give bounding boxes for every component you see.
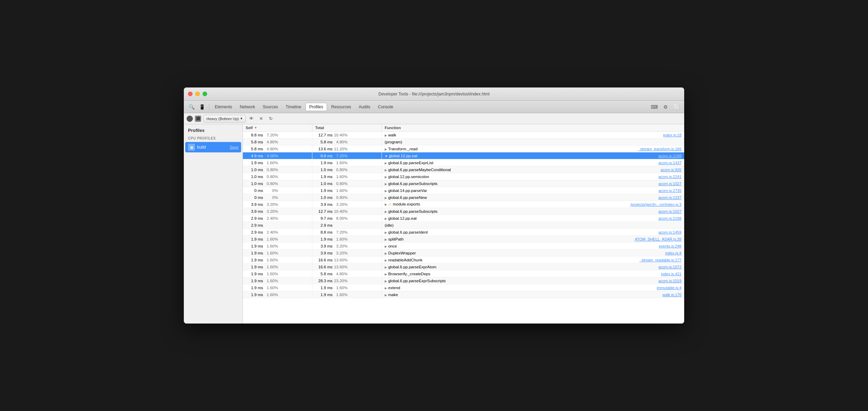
tab-audits[interactable]: Audits — [355, 103, 374, 111]
file-link[interactable]: acorn.js:1072 — [658, 265, 681, 269]
mobile-icon[interactable]: 📱 — [197, 102, 207, 112]
table-row[interactable]: 1.9 ms 1.60%16.6 ms 13.60%▶ global.6.pp.… — [243, 263, 684, 270]
save-link[interactable]: Save — [230, 145, 238, 149]
search-icon[interactable]: 🔍 — [187, 102, 196, 112]
tab-elements[interactable]: Elements — [211, 103, 236, 111]
expand-icon: ▶ — [385, 217, 387, 220]
file-link[interactable]: index.js:421 — [661, 272, 681, 276]
th-total[interactable]: Total — [312, 124, 382, 131]
function-name: module.exports — [393, 202, 420, 206]
table-row[interactable]: 4.9 ms 4.00%8.8 ms 7.20%▼ global.12.pp.e… — [243, 152, 684, 159]
table-row[interactable]: 1.9 ms 1.60%1.9 ms 1.60%▶ splitPathATOM_… — [243, 236, 684, 243]
refresh-icon[interactable]: ↻ — [267, 115, 275, 123]
table-row[interactable]: 2.9 ms 2.40%8.8 ms 7.20%▶ global.6.pp.pa… — [243, 229, 684, 236]
th-function[interactable]: Function — [382, 124, 684, 131]
table-row[interactable]: 2.9 ms 2.40%9.7 ms 8.00%▶ global.12.pp.e… — [243, 215, 684, 222]
td-total: 1.0 ms 0.80% — [312, 180, 382, 187]
settings-icon[interactable]: ⚙ — [661, 102, 670, 112]
td-self: 2.9 ms — [243, 222, 312, 228]
table-row[interactable]: 1.9 ms 1.60%16.6 ms 13.60%▶ readableAddC… — [243, 257, 684, 263]
record-button[interactable] — [187, 116, 193, 122]
file-link[interactable]: _stream_readable.js:177 — [639, 258, 681, 262]
tab-profiles[interactable]: Profiles — [305, 103, 327, 111]
function-name: global.6.pp.parseExprAtom — [388, 265, 436, 269]
file-link[interactable]: acorn.js:2735 — [658, 188, 681, 193]
file-link[interactable]: index.js:18 — [663, 133, 681, 137]
window-title: Developer Tools - file:///projects/jam3n… — [378, 92, 490, 97]
table-row[interactable]: 1.9 ms 1.60%3.9 ms 3.20%▶ DuplexWrapperi… — [243, 250, 684, 257]
td-total: 1.0 ms 0.80% — [312, 194, 382, 201]
file-link[interactable]: acorn.js:1027 — [658, 182, 681, 186]
stop-button[interactable]: ⬛ — [195, 116, 201, 122]
clear-icon[interactable]: ✕ — [257, 115, 265, 123]
table-row[interactable]: 1.9 ms 1.60%1.9 ms 1.60%▶ makewalk.js:17… — [243, 291, 684, 298]
table-row[interactable]: 0 ms 0%1.9 ms 1.60%▶ global.14.pp.parseV… — [243, 187, 684, 194]
file-link[interactable]: acorn.js:2198 — [658, 216, 681, 220]
file-link[interactable]: acorn.js:1019 — [658, 279, 681, 283]
table-row[interactable]: 5.8 ms 4.80%5.8 ms 4.80% (program) — [243, 139, 684, 145]
table-header: Self ▼ Total Function — [243, 124, 684, 132]
table-row[interactable]: 1.9 ms 1.60%28.3 ms 23.20%▶ global.6.pp.… — [243, 277, 684, 284]
td-total: 1.9 ms 1.60% — [312, 236, 382, 242]
file-link[interactable]: ATOM_SHELL_ASAR.js:39 — [635, 237, 681, 241]
maximize-button[interactable] — [203, 92, 207, 96]
tab-resources[interactable]: Resources — [328, 103, 354, 111]
file-link[interactable]: acorn.js:2241 — [658, 175, 681, 179]
function-name: global.14.pp.parseVar — [388, 188, 427, 193]
td-self: 1.9 ms 1.60% — [243, 250, 312, 256]
tab-timeline[interactable]: Timeline — [282, 103, 305, 111]
td-self: 5.8 ms 4.80% — [243, 145, 312, 152]
file-link[interactable]: acorn.js:1459 — [658, 230, 681, 234]
function-name: global.6.pp.parseExprList — [388, 161, 433, 165]
file-link[interactable]: events.js:248 — [659, 244, 681, 248]
tab-sources[interactable]: Sources — [259, 103, 281, 111]
table-row[interactable]: 2.9 ms 2.9 ms (idle) — [243, 222, 684, 229]
tab-network[interactable]: Network — [236, 103, 259, 111]
file-link[interactable]: walk.js:170 — [663, 293, 681, 297]
table-row[interactable]: 1.9 ms 1.60%5.8 ms 4.80%▶ Browserify._cr… — [243, 270, 684, 277]
file-link[interactable]: acorn.js:1437 — [658, 161, 681, 165]
file-link[interactable]: acorn.js:1237 — [658, 195, 681, 200]
view-dropdown[interactable]: Heavy (Bottom Up) ▾ — [203, 115, 246, 123]
expand-icon: ▶ — [385, 203, 387, 206]
file-link[interactable]: acorn.js:1027 — [658, 209, 681, 213]
dock-icon[interactable]: ⬜ — [672, 102, 681, 112]
terminal-icon[interactable]: ⌨ — [649, 102, 659, 112]
table-row[interactable]: 3.9 ms 3.20%3.9 ms 3.20%▶ ⚠ module.expor… — [243, 201, 684, 208]
td-function: ▶ splitPathATOM_SHELL_ASAR.js:39 — [382, 236, 684, 242]
td-function: ▶ readableAddChunk_stream_readable.js:17… — [382, 257, 684, 263]
td-total: 1.9 ms 1.60% — [312, 291, 382, 298]
th-self[interactable]: Self ▼ — [243, 124, 312, 131]
focus-icon[interactable]: 👁 — [248, 115, 255, 123]
minimize-button[interactable] — [195, 92, 200, 96]
table-row[interactable]: 1.9 ms 1.60%1.9 ms 1.60%▶ global.6.pp.pa… — [243, 159, 684, 166]
table-row[interactable]: 1.9 ms 1.60%3.9 ms 3.20%▶ onceevents.js:… — [243, 243, 684, 250]
td-function: ▶ global.12.pp.eatacorn.js:2198 — [382, 215, 684, 221]
file-link[interactable]: acorn.js:926 — [661, 168, 681, 172]
table-row[interactable]: 3.9 ms 3.20%12.7 ms 10.40%▶ global.6.pp.… — [243, 208, 684, 215]
table-row[interactable]: 1.0 ms 0.80%1.9 ms 1.60%▶ global.12.pp.s… — [243, 173, 684, 180]
separator — [209, 103, 209, 110]
expand-icon: ▶ — [385, 238, 387, 241]
sidebar-header: Profiles — [184, 124, 243, 135]
tab-console[interactable]: Console — [375, 103, 397, 111]
function-name: DuplexWrapper — [388, 251, 416, 255]
td-function: ▼ global.12.pp.eatacorn.js:2198 — [382, 152, 684, 159]
table-row[interactable]: 1.0 ms 0.80%1.0 ms 0.80%▶ global.6.pp.pa… — [243, 166, 684, 173]
table-row[interactable]: 1.9 ms 1.60%1.9 ms 1.60%▶ extendimmutabl… — [243, 284, 684, 291]
sidebar-item-build[interactable]: ▦ build Save — [185, 142, 241, 152]
file-link[interactable]: immutable.js:4 — [657, 286, 681, 290]
file-link[interactable]: _stream_transform.js:166 — [638, 147, 681, 151]
table-row[interactable]: 0 ms 0%1.0 ms 0.80%▶ global.6.pp.parseNe… — [243, 194, 684, 201]
close-button[interactable] — [188, 92, 193, 96]
function-name: global.6.pp.parseIdent — [388, 230, 428, 234]
function-name: walk — [388, 133, 396, 137]
file-link[interactable]: index.js:4 — [665, 251, 681, 255]
table-row[interactable]: 8.8 ms 7.20%12.7 ms 10.40%▶ walkindex.js… — [243, 132, 684, 139]
profile-item-name: build — [197, 145, 228, 150]
file-link[interactable]: /projects/jam3n...ror/index.js:3 — [630, 202, 681, 207]
td-total: 1.9 ms 1.60% — [312, 173, 382, 180]
table-row[interactable]: 1.0 ms 0.80%1.0 ms 0.80%▶ global.6.pp.pa… — [243, 180, 684, 187]
table-row[interactable]: 5.8 ms 4.80%13.6 ms 11.20%▶ Transform._r… — [243, 145, 684, 152]
file-link[interactable]: acorn.js:2198 — [658, 154, 681, 158]
